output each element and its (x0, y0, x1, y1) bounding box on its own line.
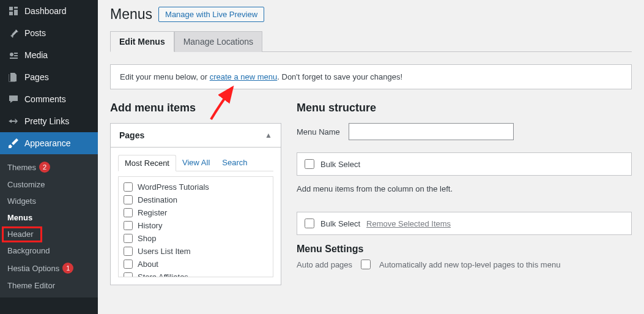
filter-tab-most-recent[interactable]: Most Recent (118, 155, 176, 171)
pages-filter-tabs: Most Recent View All Search (118, 155, 273, 171)
menu-settings-row: Auto add pages Automatically add new top… (297, 260, 632, 269)
menu-settings-heading: Menu Settings (297, 244, 632, 255)
submenu-label: Themes (7, 163, 36, 172)
submenu-label: Theme Editor (7, 281, 55, 290)
page-item[interactable]: Destination (121, 193, 270, 206)
main-content: Menus Manage with Live Preview Edit Menu… (98, 0, 644, 314)
create-new-menu-link[interactable]: create a new menu (210, 72, 278, 81)
page-label: Shop (138, 234, 156, 243)
notice-text-post: . Don't forget to save your changes! (277, 72, 402, 81)
bulk-select-label: Bulk Select (320, 219, 360, 228)
sidebar-item-comments[interactable]: Comments (0, 88, 98, 110)
page-item[interactable]: WordPress Tutorials (121, 181, 270, 193)
page-label: Register (138, 208, 167, 217)
menu-name-input[interactable] (349, 123, 514, 140)
submenu-background[interactable]: Background (0, 242, 98, 259)
page-checklist[interactable]: WordPress Tutorials Destination Register… (118, 176, 273, 277)
page-checkbox[interactable] (124, 234, 133, 243)
submenu-customize[interactable]: Customize (0, 176, 98, 193)
submenu-header[interactable]: Header (0, 226, 98, 242)
submenu-label: Customize (7, 180, 45, 189)
pin-icon (7, 27, 20, 39)
menu-name-label: Menu Name (297, 127, 349, 136)
page-item[interactable]: History (121, 219, 270, 232)
sidebar-item-label: Comments (24, 94, 66, 104)
pages-icon (7, 71, 20, 83)
sidebar-item-appearance[interactable]: Appearance (0, 132, 98, 154)
comments-icon (7, 93, 20, 105)
accordion-header-pages[interactable]: Pages ▲ (111, 124, 281, 148)
prettylinks-icon (7, 115, 20, 127)
page-checkbox[interactable] (124, 195, 133, 204)
sidebar-item-label: Pretty Links (24, 116, 69, 126)
bulk-select-checkbox[interactable] (305, 219, 314, 228)
filter-tab-search[interactable]: Search (216, 155, 253, 171)
submenu-hestia-options[interactable]: Hestia Options 1 (0, 259, 98, 277)
filter-tab-view-all[interactable]: View All (176, 155, 216, 171)
add-items-heading: Add menu items (110, 102, 281, 114)
nav-tabs: Edit Menus Manage Locations (110, 31, 632, 52)
page-label: Destination (138, 195, 177, 204)
bulk-select-bottom: Bulk Select Remove Selected Items (297, 212, 632, 235)
page-checkbox[interactable] (124, 272, 133, 277)
submenu-label: Hestia Options (7, 264, 59, 273)
sidebar-item-label: Dashboard (24, 6, 67, 16)
page-label: About (138, 260, 158, 269)
tab-manage-locations[interactable]: Manage Locations (174, 31, 262, 52)
page-item[interactable]: Users List Item (121, 245, 270, 258)
submenu-label: Menus (7, 213, 32, 222)
pages-accordion: Pages ▲ Most Recent View All Search Word… (110, 123, 281, 285)
submenu-theme-editor[interactable]: Theme Editor (0, 277, 98, 294)
submenu-widgets[interactable]: Widgets (0, 193, 98, 209)
media-icon (7, 49, 20, 61)
sidebar-item-media[interactable]: Media (0, 44, 98, 66)
triangle-up-icon: ▲ (265, 131, 272, 140)
svg-point-0 (10, 53, 13, 56)
bulk-select-label: Bulk Select (320, 160, 360, 169)
page-item[interactable]: Store Affiliates (121, 271, 270, 277)
notice-text-pre: Edit your menu below, or (120, 72, 210, 81)
page-item[interactable]: About (121, 258, 270, 271)
sidebar-item-label: Media (24, 50, 48, 60)
appearance-submenu: Themes 2 Customize Widgets Menus Header … (0, 154, 98, 297)
dashboard-icon (7, 5, 20, 17)
page-item[interactable]: Shop (121, 232, 270, 245)
sidebar-item-label: Appearance (24, 138, 71, 148)
auto-add-checkbox[interactable] (361, 260, 371, 269)
sidebar-item-posts[interactable]: Posts (0, 22, 98, 44)
sidebar-item-pages[interactable]: Pages (0, 66, 98, 88)
submenu-themes[interactable]: Themes 2 (0, 158, 98, 176)
update-badge: 1 (62, 263, 73, 274)
submenu-label: Background (7, 246, 50, 255)
page-checkbox[interactable] (124, 182, 133, 192)
page-label: Store Affiliates (138, 272, 188, 277)
page-label: WordPress Tutorials (138, 182, 209, 192)
page-title: Menus (110, 6, 152, 23)
add-menu-items-column: Add menu items Pages ▲ Most Recent View … (110, 102, 281, 285)
update-badge: 2 (39, 162, 50, 173)
auto-add-option-text: Automatically add new top-level pages to… (379, 260, 560, 269)
page-checkbox[interactable] (124, 260, 133, 269)
sidebar-item-label: Pages (24, 72, 49, 82)
menu-structure-column: Menu structure Menu Name Bulk Select Add… (297, 102, 632, 285)
page-checkbox[interactable] (124, 247, 133, 256)
page-label: History (138, 221, 162, 230)
sidebar-item-pretty-links[interactable]: Pretty Links (0, 110, 98, 132)
page-checkbox[interactable] (124, 221, 133, 230)
notice-bar: Edit your menu below, or create a new me… (110, 64, 632, 89)
live-preview-button[interactable]: Manage with Live Preview (158, 7, 264, 22)
sidebar-item-label: Posts (24, 28, 46, 38)
tab-edit-menus[interactable]: Edit Menus (110, 31, 174, 52)
brush-icon (7, 137, 20, 149)
sidebar-item-dashboard[interactable]: Dashboard (0, 0, 98, 22)
menu-structure-heading: Menu structure (297, 102, 632, 114)
bulk-select-top: Bulk Select (297, 152, 632, 176)
bulk-select-checkbox[interactable] (305, 159, 314, 169)
page-checkbox[interactable] (124, 208, 133, 217)
submenu-label: Header (7, 230, 34, 239)
page-label: Users List Item (138, 247, 191, 256)
remove-selected-link[interactable]: Remove Selected Items (366, 219, 451, 228)
page-item[interactable]: Register (121, 206, 270, 219)
submenu-menus[interactable]: Menus (0, 209, 98, 226)
submenu-label: Widgets (7, 196, 36, 206)
